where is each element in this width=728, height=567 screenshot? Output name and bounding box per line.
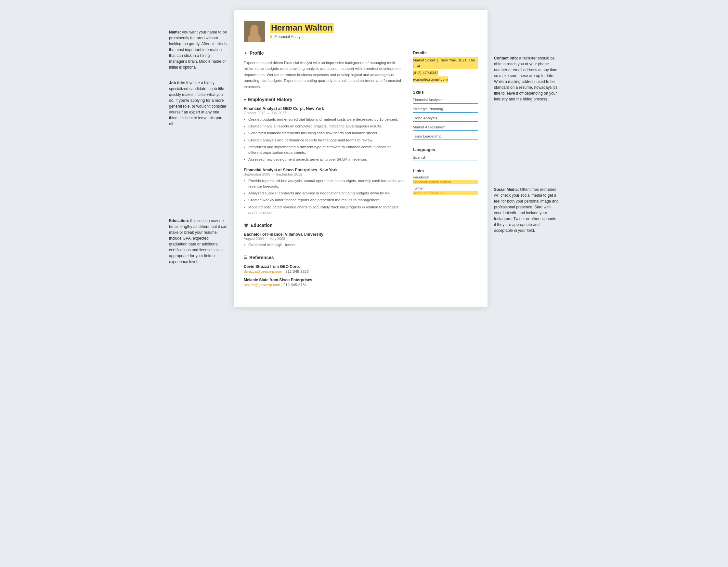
job-2-date: September 2008 — September 2012 — [244, 172, 405, 176]
skill-3: Trend Analysis — [413, 115, 478, 122]
profile-icon: ▲ — [244, 51, 248, 55]
social-annotation: Social Media: Oftentimes recruiters will… — [494, 187, 559, 233]
resume-left-column: ▲ Profile Experienced and driven Financi… — [244, 50, 405, 294]
bullet: Created financial reports on completed p… — [244, 123, 405, 129]
employment-icon: ● — [244, 97, 246, 102]
bullet: Generated financial statements including… — [244, 130, 405, 136]
contact-annotation-text: a recruiter should be able to reach you … — [494, 56, 558, 101]
right-annotations: Contact info: a recruiter should be able… — [487, 10, 559, 307]
job-2-title: Financial Analyst at Sisco Enterprises, … — [244, 168, 405, 172]
employment-section: ● Employment History Financial Analyst a… — [244, 97, 405, 215]
skills-section: Skills Financial Analysis Strategic Plan… — [413, 90, 478, 140]
skill-1: Financial Analysis — [413, 97, 478, 104]
link-2-platform: Twitter — [413, 186, 478, 190]
bullet: Introduced and implemented a different t… — [244, 144, 405, 156]
edu-bullets: Graduated with High Honors. — [244, 242, 405, 248]
edu-date: August 2004 — May 2008 — [244, 237, 405, 240]
ref-2-phone-num: 212-345-8734 — [283, 283, 307, 287]
ref-1-phone-num: 212-345-2323 — [285, 269, 309, 273]
education-annotation-text: this section may not be as lengthy as ot… — [169, 218, 227, 264]
job-1-title: Financial Analyst at GEO Corp., New York — [244, 106, 405, 111]
details-address: Market Street 1, New York, 1021, The USA — [413, 57, 478, 69]
link-1-url[interactable]: facebook.com/h.walton — [413, 180, 478, 184]
job-title-annotation-text: if you're a highly specialized candidate… — [169, 81, 226, 126]
avatar — [244, 21, 265, 42]
languages-section: Languages Spanish — [413, 147, 478, 161]
profile-text: Experienced and driven Financial Analyst… — [244, 60, 405, 90]
job-2: Financial Analyst at Sisco Enterprises, … — [244, 168, 405, 216]
details-section: Details Market Street 1, New York, 1021,… — [413, 50, 478, 83]
bullet: Modeled anticipated revenue charts to ac… — [244, 204, 405, 216]
bullet: Provide reports, ad-hoc analysis, annual… — [244, 178, 405, 189]
skills-label: Skills — [413, 90, 478, 95]
ref-2-name: Melanie Slate from Sisco Enterprises — [244, 277, 405, 282]
name-block: Herman Walton Financial Analyst — [270, 21, 334, 39]
job-title-annotation: Job title: if you're a highly specialize… — [169, 80, 227, 127]
reference-2: Melanie Slate from Sisco Enterprises msl… — [244, 277, 405, 287]
references-section: ☰ References Devin Strazza from GEO Corp… — [244, 255, 405, 287]
profile-section: ▲ Profile Experienced and driven Financi… — [244, 50, 405, 90]
bullet: Analyzed supplier contracts and advised … — [244, 190, 405, 196]
contact-annotation-label: Contact info: — [494, 56, 518, 60]
job-1-bullets: Created budgets and ensured that labor a… — [244, 117, 405, 162]
name-annotation-text: you want your name to be prominently fea… — [169, 30, 227, 70]
resume-card: Herman Walton Financial Analyst ▲ Profil… — [234, 10, 487, 307]
ref-1-email[interactable]: dsrazza@geocorp.com — [244, 269, 282, 273]
job-1: Financial Analyst at GEO Corp., New York… — [244, 106, 405, 162]
ref-1-name: Devin Strazza from GEO Corp. — [244, 264, 405, 269]
links-section: Links Facebook facebook.com/h.walton Twi… — [413, 168, 478, 195]
education-title: 🎓 Education — [244, 223, 405, 229]
links-label: Links — [413, 168, 478, 173]
title-text: Financial Analyst — [274, 34, 304, 39]
link-1-platform: Facebook — [413, 175, 478, 179]
bullet: Assessed new development projects genera… — [244, 157, 405, 162]
job-2-bullets: Provide reports, ad-hoc analysis, annual… — [244, 178, 405, 216]
language-1: Spanish — [413, 154, 478, 161]
ref-2-email[interactable]: mslate@geocorp.com — [244, 283, 280, 287]
svg-rect-3 — [250, 30, 258, 34]
resume-header: Herman Walton Financial Analyst — [244, 21, 478, 42]
employment-title: ● Employment History — [244, 97, 405, 103]
name-annotation: Name: you want your name to be prominent… — [169, 29, 227, 70]
candidate-name: Herman Walton — [270, 23, 334, 33]
references-title: ☰ References — [244, 255, 405, 261]
profile-title: ▲ Profile — [244, 50, 405, 57]
skill-5: Team Leadership — [413, 133, 478, 140]
resume-right-column: Details Market Street 1, New York, 1021,… — [413, 50, 478, 294]
left-annotations: Name: you want your name to be prominent… — [169, 10, 234, 307]
job-1-date: October 2012 — July 2017 — [244, 111, 405, 115]
contact-annotation: Contact info: a recruiter should be able… — [494, 55, 559, 102]
page-wrapper: Name: you want your name to be prominent… — [169, 10, 559, 307]
details-email: example@gmail.com — [413, 76, 448, 82]
job-title-annotation-label: Job title: — [169, 81, 185, 85]
education-icon: 🎓 — [244, 223, 249, 227]
link-2-url[interactable]: twitter.com/h.walton — [413, 191, 478, 195]
edu-bullet: Graduated with High Honors. — [244, 242, 405, 248]
details-phone: (412) 479-6342 — [413, 70, 438, 76]
bullet: Created analysis and perfomance reports … — [244, 137, 405, 143]
references-icon: ☰ — [244, 255, 247, 260]
candidate-title: Financial Analyst — [270, 34, 334, 39]
details-label: Details — [413, 50, 478, 55]
ref-2-contact: mslate@geocorp.com | 212-345-8734 — [244, 282, 405, 287]
name-annotation-label: Name: — [169, 30, 181, 34]
languages-label: Languages — [413, 147, 478, 152]
skill-4: Market Assessment — [413, 124, 478, 131]
edu-degree: Bachelor of Finance, Villanova Universit… — [244, 232, 405, 237]
skill-2: Strategic Planning — [413, 106, 478, 113]
education-annotation-label: Education: — [169, 218, 189, 223]
education-annotation: Education: this section may not be as le… — [169, 218, 227, 264]
bullet: Created weekly labor finance reports and… — [244, 197, 405, 203]
bullet: Created budgets and ensured that labor a… — [244, 117, 405, 122]
ref-1-contact: dsrazza@geocorp.com | 212-345-2323 — [244, 269, 405, 274]
reference-1: Devin Strazza from GEO Corp. dsrazza@geo… — [244, 264, 405, 274]
education-section: 🎓 Education Bachelor of Finance, Villano… — [244, 223, 405, 248]
social-annotation-label: Social Media: — [494, 187, 519, 192]
resume-body: ▲ Profile Experienced and driven Financi… — [244, 50, 478, 294]
social-annotation-text: Oftentimes recruiters will check your so… — [494, 187, 559, 233]
title-dot — [270, 35, 272, 38]
